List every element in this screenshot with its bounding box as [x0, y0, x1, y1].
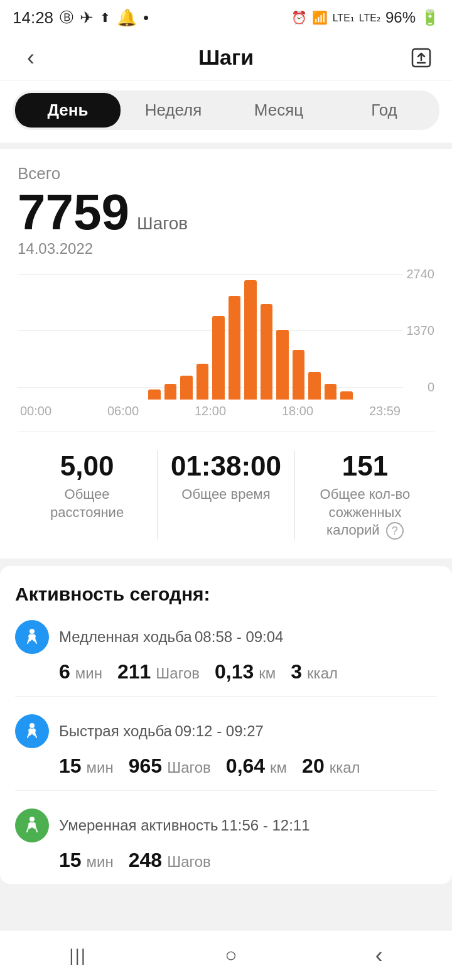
stat-calories-value: 151: [342, 450, 388, 482]
chart-bar-19: [325, 384, 337, 400]
status-battery: 96%: [385, 9, 416, 26]
svg-line-10: [35, 826, 37, 832]
svg-line-6: [28, 732, 30, 738]
activity-steps-unit-2: Шагов: [167, 853, 211, 871]
activity-name-0: Медленная ходьба: [59, 628, 192, 645]
chart-x-labels: 00:00 06:00 12:00 18:00 23:59: [18, 404, 403, 418]
x-label-0: 00:00: [20, 404, 51, 418]
x-label-4: 23:59: [369, 404, 401, 418]
activity-dist-val-0: 0,13: [215, 660, 254, 683]
activity-time-0: 08:58 - 09:04: [195, 628, 283, 645]
chart-bar-20: [340, 391, 353, 400]
activity-title: Активность сегодня:: [15, 584, 437, 605]
export-icon: [410, 46, 433, 69]
status-icon-telegram: ✈: [80, 8, 94, 28]
export-button[interactable]: [406, 42, 437, 74]
status-bar: 14:28 Ⓑ ✈ ⬆ 🔔 • ⏰ 📶 LTE₁ LTE₂ 96% 🔋: [0, 0, 452, 35]
tab-week[interactable]: Неделя: [121, 93, 226, 128]
svg-line-7: [35, 732, 36, 738]
status-icon-dot: •: [143, 8, 149, 28]
stat-time-label: Общее время: [181, 486, 270, 504]
activity-item-1: Быстрая ходьба 09:12 - 09:27 15 мин 965 …: [15, 714, 437, 791]
svg-point-8: [30, 817, 35, 822]
activity-icon-2: [15, 808, 49, 842]
status-signal2: LTE₂: [359, 12, 380, 24]
activity-steps-unit-1: Шагов: [167, 759, 211, 776]
activity-min-val-1: 15: [59, 754, 82, 778]
svg-line-4: [35, 638, 36, 643]
activity-name-2: Умеренная активность: [59, 817, 218, 834]
chart-bar-8: [148, 389, 161, 400]
chart-y-label-top: 2740: [407, 267, 435, 281]
activity-steps-val-0: 211: [117, 660, 151, 683]
activity-header-2: Умеренная активность 11:56 - 12:11: [15, 808, 437, 842]
x-label-1: 06:00: [107, 404, 139, 418]
chart-bar-18: [308, 372, 321, 400]
stat-distance: 5,00 Общее расстояние: [31, 450, 144, 540]
x-label-3: 18:00: [282, 404, 313, 418]
stat-calories: 151 Общее кол-во сожженных калорий ?: [308, 450, 421, 540]
bottom-nav: ||| ○ ‹: [0, 930, 452, 980]
chart-bar-10: [180, 376, 193, 400]
tab-container: День Неделя Месяц Год: [13, 90, 439, 130]
activity-steps-unit-0: Шагов: [156, 665, 200, 682]
chart-bar-16: [276, 330, 289, 400]
activity-item-2: Умеренная активность 11:56 - 12:11 15 ми…: [15, 808, 437, 871]
activity-name-time-0: Медленная ходьба 08:58 - 09:04: [59, 628, 283, 646]
activity-stats-2: 15 мин 248 Шагов: [15, 849, 437, 871]
activity-min-unit-0: мин: [75, 665, 102, 682]
status-icon-download: ⬆: [100, 10, 110, 25]
steps-unit: Шагов: [137, 214, 188, 234]
svg-point-2: [30, 629, 35, 634]
chart-bar-11: [196, 364, 209, 400]
bottom-home-button[interactable]: ○: [206, 937, 256, 973]
activity-name-time-2: Умеренная активность 11:56 - 12:11: [59, 817, 310, 834]
tab-bar: День Неделя Месяц Год: [0, 80, 452, 143]
back-button[interactable]: ‹: [15, 42, 46, 74]
activity-dist-unit-0: км: [259, 665, 276, 682]
activity-item-0: Медленная ходьба 08:58 - 09:04 6 мин 211…: [15, 620, 437, 697]
status-signal1: LTE₁: [333, 12, 354, 24]
tab-year[interactable]: Год: [331, 93, 437, 128]
chart-area: 2740 1370 0 00:00 06:00 12:00 18:00 23:5…: [18, 268, 434, 418]
chart-bar-12: [212, 316, 225, 400]
activity-cal-unit-1: ккал: [330, 759, 360, 776]
activity-steps-val-1: 965: [129, 754, 162, 778]
total-label: Всего: [18, 164, 434, 183]
status-icon-bell: 🔔: [117, 8, 137, 28]
steps-count: 7759: [18, 187, 129, 237]
activity-section: Активность сегодня: Медленная ходьба 08:…: [0, 566, 452, 884]
activity-cal-unit-0: ккал: [307, 665, 338, 682]
tab-month[interactable]: Месяц: [226, 93, 331, 128]
activity-stats-0: 6 мин 211 Шагов 0,13 км 3 ккал: [15, 660, 437, 683]
activity-dist-val-1: 0,64: [226, 754, 265, 778]
activity-header-1: Быстрая ходьба 09:12 - 09:27: [15, 714, 437, 748]
status-icon-b: Ⓑ: [60, 8, 73, 27]
activity-stats-1: 15 мин 965 Шагов 0,64 км 20 ккал: [15, 754, 437, 778]
main-content: Всего 7759 Шагов 14.03.2022 2740 1370 0 …: [0, 149, 452, 558]
steps-date: 14.03.2022: [18, 240, 434, 258]
bottom-back-button[interactable]: ‹: [357, 936, 402, 975]
activity-min-unit-2: мин: [87, 853, 114, 871]
stat-time-value: 01:38:00: [171, 450, 281, 482]
activity-icon-1: [15, 714, 49, 748]
stat-distance-value: 5,00: [60, 450, 114, 482]
chart-bars: [18, 280, 403, 400]
activity-time-2: 11:56 - 12:11: [221, 817, 309, 834]
status-alarm-icon: ⏰: [291, 10, 307, 25]
bottom-menu-button[interactable]: |||: [50, 939, 105, 972]
stat-divider-2: [294, 450, 295, 540]
svg-line-3: [28, 638, 30, 643]
steps-row: 7759 Шагов: [18, 187, 434, 237]
chart-bar-14: [244, 280, 257, 400]
calories-info-icon[interactable]: ?: [386, 522, 404, 540]
activity-name-1: Быстрая ходьба: [59, 722, 172, 739]
battery-icon: 🔋: [421, 9, 439, 26]
tab-day[interactable]: День: [15, 93, 121, 128]
svg-point-5: [30, 723, 35, 728]
activity-dist-unit-1: км: [270, 759, 287, 776]
activity-cal-val-0: 3: [291, 660, 302, 683]
activity-icon-0: [15, 620, 49, 654]
activity-min-unit-1: мин: [87, 759, 114, 776]
stat-divider-1: [157, 450, 158, 540]
